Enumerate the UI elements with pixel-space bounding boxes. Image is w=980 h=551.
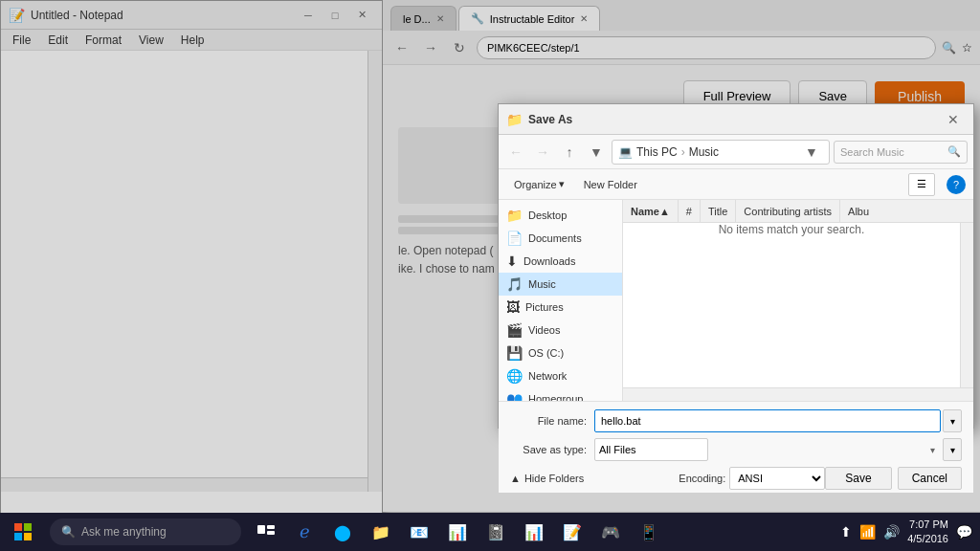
sidebar-label-downloads: Downloads xyxy=(523,255,575,267)
file-column-header: Name ▲ # Title Contributing artists Albu xyxy=(623,200,973,223)
savetype-label: Save as type: xyxy=(510,444,587,455)
sidebar-item-homegroup[interactable]: 👥 Homegroup xyxy=(499,387,622,401)
sidebar-item-documents[interactable]: 📄 Documents xyxy=(499,227,622,250)
cortana-icon: ⬤ xyxy=(334,523,351,541)
file-empty-message: No items match your search. xyxy=(623,223,960,236)
sidebar-item-downloads[interactable]: ⬇ Downloads xyxy=(499,250,622,273)
save-as-dialog: 📁 Save As ✕ ← → ↑ ▼ 💻 This PC › Music ▼ … xyxy=(498,103,974,429)
android-button[interactable]: 📱 xyxy=(632,515,666,549)
network-tray-icon[interactable]: 📶 xyxy=(859,524,876,540)
excel-button[interactable]: 📊 xyxy=(440,515,475,549)
view-toggle-button[interactable]: ☰ xyxy=(908,173,935,196)
music-icon: 🎵 xyxy=(506,276,523,292)
col-album[interactable]: Albu xyxy=(840,200,877,222)
file-list-hscrollbar[interactable] xyxy=(623,387,973,401)
dialog-footer: File name: ▾ Save as type: All Files Tex… xyxy=(499,401,973,493)
dialog-recent-button[interactable]: ▼ xyxy=(585,141,608,164)
svg-rect-0 xyxy=(14,523,22,531)
tray-icon-1[interactable]: ⬆ xyxy=(840,524,852,540)
sidebar-item-music[interactable]: 🎵 Music xyxy=(499,273,622,296)
sidebar-item-os[interactable]: 💾 OS (C:) xyxy=(499,342,622,364)
encoding-select[interactable]: ANSI UTF-8 Unicode xyxy=(729,467,825,490)
edge-button[interactable]: ℯ xyxy=(287,515,322,549)
svg-rect-4 xyxy=(257,525,265,534)
breadcrumb-separator: › xyxy=(681,145,685,159)
dialog-file-browser: 📁 Desktop 📄 Documents ⬇ Downloads 🎵 Musi… xyxy=(499,200,973,401)
savetype-select[interactable]: All Files Text Documents (*.txt) Batch F… xyxy=(594,438,708,461)
taskbar-time-value: 7:07 PM xyxy=(907,518,948,532)
word-button[interactable]: 📝 xyxy=(555,515,590,549)
taskbar-clock[interactable]: 7:07 PM 4/5/2016 xyxy=(907,518,948,547)
hide-folders-button[interactable]: ▲ Hide Folders xyxy=(510,473,584,484)
breadcrumb-folder: Music xyxy=(689,145,719,159)
sidebar-item-desktop[interactable]: 📁 Desktop xyxy=(499,204,622,227)
excel-icon: 📊 xyxy=(448,523,467,541)
col-name[interactable]: Name ▲ xyxy=(623,200,679,222)
svg-rect-2 xyxy=(14,533,22,540)
footer-actions-row: ▲ Hide Folders Encoding: ANSI UTF-8 Unic… xyxy=(510,467,962,490)
svg-rect-6 xyxy=(267,531,275,535)
search-placeholder: Search Music xyxy=(840,146,904,158)
taskbar-search-placeholder: Ask me anything xyxy=(81,525,167,539)
desktop-icon: 📁 xyxy=(506,208,523,223)
dialog-close-button[interactable]: ✕ xyxy=(941,109,966,130)
col-title[interactable]: Title xyxy=(701,200,736,222)
sidebar-label-pictures: Pictures xyxy=(525,301,564,313)
sidebar-item-pictures[interactable]: 🖼 Pictures xyxy=(499,296,622,319)
edge-icon: ℯ xyxy=(300,521,310,542)
sidebar-item-network[interactable]: 🌐 Network xyxy=(499,364,622,387)
svg-rect-5 xyxy=(267,525,275,529)
encoding-label: Encoding: xyxy=(679,473,725,484)
dialog-search-box[interactable]: Search Music 🔍 xyxy=(834,141,968,164)
onenote-button[interactable]: 📓 xyxy=(479,515,513,549)
file-list[interactable]: No items match your search. xyxy=(623,223,960,387)
outlook-button[interactable]: 📧 xyxy=(402,515,436,549)
filename-input[interactable] xyxy=(594,409,941,432)
dialog-cancel-button[interactable]: Cancel xyxy=(898,467,962,490)
videos-icon: 🎬 xyxy=(506,322,523,338)
action-center-icon[interactable]: 💬 xyxy=(956,524,972,540)
taskbar-search-box[interactable]: 🔍 Ask me anything xyxy=(50,518,241,545)
windows-logo-icon xyxy=(14,523,32,540)
taskview-button[interactable] xyxy=(249,515,283,549)
sidebar-label-documents: Documents xyxy=(528,232,582,244)
homegroup-icon: 👥 xyxy=(506,391,523,401)
taskbar-search-icon: 🔍 xyxy=(61,525,76,539)
breadcrumb-refresh-button[interactable]: ▼ xyxy=(800,141,823,164)
col-name-sort-icon: ▲ xyxy=(659,206,670,217)
start-button[interactable] xyxy=(0,513,46,551)
taskbar-pinned-icons: ℯ ⬤ 📁 📧 📊 📓 📊 📝 🎮 📱 xyxy=(249,515,666,549)
cortana-button[interactable]: ⬤ xyxy=(325,515,360,549)
search-icon: 🔍 xyxy=(947,145,961,158)
explorer-button[interactable]: 📁 xyxy=(364,515,398,549)
dialog-forward-button[interactable]: → xyxy=(531,141,554,164)
documents-icon: 📄 xyxy=(506,231,523,246)
filename-dropdown-button[interactable]: ▾ xyxy=(943,409,962,432)
sidebar-label-network: Network xyxy=(528,370,567,382)
file-list-scrollbar[interactable] xyxy=(960,223,973,387)
taskbar: 🔍 Ask me anything ℯ ⬤ 📁 📧 📊 📓 xyxy=(0,513,980,551)
organize-chevron-icon: ▾ xyxy=(559,178,565,190)
dialog-up-button[interactable]: ↑ xyxy=(558,141,581,164)
dialog-back-button[interactable]: ← xyxy=(504,141,527,164)
col-artists[interactable]: Contributing artists xyxy=(736,200,840,222)
footer-savetype-row: Save as type: All Files Text Documents (… xyxy=(510,438,962,461)
new-folder-button[interactable]: New Folder xyxy=(576,177,645,192)
savetype-dropdown-button[interactable]: ▾ xyxy=(943,438,962,461)
android-icon: 📱 xyxy=(639,523,658,541)
breadcrumb-bar[interactable]: 💻 This PC › Music ▼ xyxy=(612,140,830,165)
outlook-icon: 📧 xyxy=(410,523,429,541)
sidebar-item-videos[interactable]: 🎬 Videos xyxy=(499,319,622,342)
col-number[interactable]: # xyxy=(679,200,701,222)
help-button[interactable]: ? xyxy=(947,175,966,194)
organize-button[interactable]: Organize ▾ xyxy=(506,176,572,192)
volume-tray-icon[interactable]: 🔊 xyxy=(883,524,900,540)
powerpoint-button[interactable]: 📊 xyxy=(517,515,551,549)
games-button[interactable]: 🎮 xyxy=(593,515,628,549)
hide-folders-label: Hide Folders xyxy=(524,473,584,484)
svg-rect-3 xyxy=(24,533,32,540)
dialog-save-button[interactable]: Save xyxy=(825,467,891,490)
downloads-icon: ⬇ xyxy=(506,253,518,269)
taskview-icon xyxy=(257,525,275,539)
powerpoint-icon: 📊 xyxy=(524,523,544,541)
